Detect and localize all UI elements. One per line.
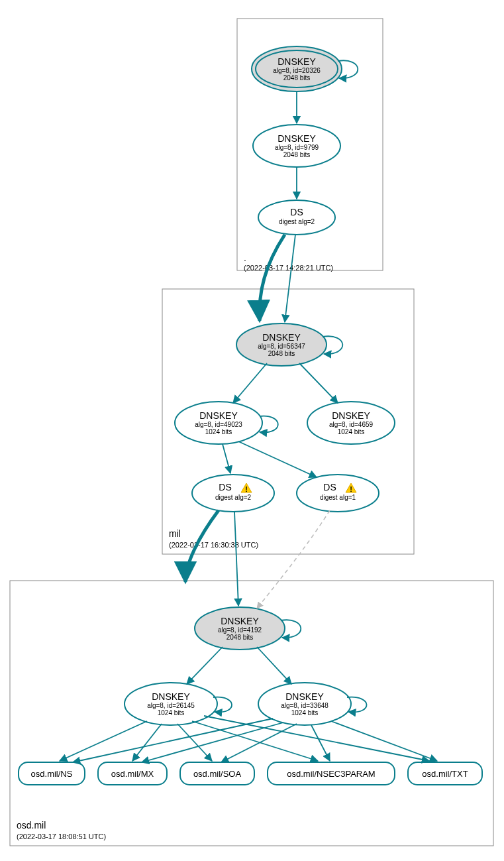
rr-nsec: osd.mil/NSEC3PARAM [268,762,395,785]
node-mil-zsk: DNSKEY alg=8, id=49023 1024 bits [175,402,262,444]
zone-root-label: . [244,253,246,263]
node-osd-zsk1: DNSKEY alg=8, id=26145 1024 bits [125,683,217,725]
svg-text:DNSKEY: DNSKEY [277,56,316,67]
svg-text:osd.mil/NS: osd.mil/NS [31,769,73,779]
node-mil-ds1: DS digest alg=1 ! [297,475,379,512]
dnssec-diagram: . (2022-03-17 14:28:21 UTC) DNSKEY alg=8… [0,0,504,861]
rr-txt: osd.mil/TXT [408,762,482,785]
svg-point-26 [192,475,274,512]
svg-text:alg=8, id=26145: alg=8, id=26145 [147,702,195,709]
svg-text:digest alg=2: digest alg=2 [215,494,252,501]
svg-text:digest alg=2: digest alg=2 [279,218,315,225]
svg-text:osd.mil/TXT: osd.mil/TXT [422,769,468,779]
zone-osd-label: osd.mil [17,820,46,831]
svg-point-30 [297,475,379,512]
svg-text:osd.mil/SOA: osd.mil/SOA [193,769,242,779]
svg-text:2048 bits: 2048 bits [268,350,295,357]
rr-soa: osd.mil/SOA [180,762,254,785]
svg-text:DS: DS [323,482,336,492]
svg-text:1024 bits: 1024 bits [291,709,319,717]
svg-text:DS: DS [219,482,231,492]
svg-text:DNSKEY: DNSKEY [221,616,259,626]
svg-text:DNSKEY: DNSKEY [199,410,238,421]
svg-text:DNSKEY: DNSKEY [285,691,324,702]
svg-text:alg=8, id=20326: alg=8, id=20326 [273,67,321,74]
svg-text:1024 bits: 1024 bits [158,709,185,717]
node-root-ds: DS digest alg=2 [258,200,335,235]
zone-root-ts: (2022-03-17 14:28:21 UTC) [244,264,333,272]
svg-text:osd.mil/MX: osd.mil/MX [111,769,154,779]
svg-text:alg=8, id=56347: alg=8, id=56347 [258,343,305,350]
zone-root: . (2022-03-17 14:28:21 UTC) DNSKEY alg=8… [237,19,383,272]
node-mil-ds2: DS digest alg=2 ! [192,475,274,512]
node-osd-ksk: DNSKEY alg=8, id=4192 2048 bits [195,607,285,650]
node-mil-zsk2: DNSKEY alg=8, id=4659 1024 bits [307,402,395,444]
zone-mil: mil (2022-03-17 16:30:38 UTC) DNSKEY alg… [162,235,414,554]
svg-text:DNSKEY: DNSKEY [152,691,190,702]
node-root-ksk: DNSKEY alg=8, id=20326 2048 bits [252,46,342,91]
svg-text:digest alg=1: digest alg=1 [320,494,356,501]
svg-point-10 [258,200,335,235]
svg-text:DNSKEY: DNSKEY [277,133,316,144]
svg-text:2048 bits: 2048 bits [283,151,311,158]
zone-osd-ts: (2022-03-17 18:08:51 UTC) [17,832,106,840]
svg-text:1024 bits: 1024 bits [205,428,232,435]
svg-text:DNSKEY: DNSKEY [262,332,301,343]
svg-text:2048 bits: 2048 bits [283,74,311,82]
svg-text:!: ! [245,485,248,493]
svg-text:DNSKEY: DNSKEY [332,410,370,421]
svg-text:osd.mil/NSEC3PARAM: osd.mil/NSEC3PARAM [287,769,375,779]
rr-ns: osd.mil/NS [19,762,85,785]
zone-mil-ts: (2022-03-17 16:30:38 UTC) [169,541,258,549]
zone-osd: osd.mil (2022-03-17 18:08:51 UTC) DNSKEY… [10,510,493,846]
zone-mil-label: mil [169,528,181,539]
node-root-zsk: DNSKEY alg=8, id=9799 2048 bits [253,125,340,167]
svg-text:alg=8, id=4659: alg=8, id=4659 [329,421,374,428]
node-mil-ksk: DNSKEY alg=8, id=56347 2048 bits [236,323,327,366]
svg-text:1024 bits: 1024 bits [338,428,365,435]
svg-text:alg=8, id=33648: alg=8, id=33648 [281,702,328,709]
svg-text:alg=8, id=9799: alg=8, id=9799 [275,144,319,151]
svg-text:!: ! [350,485,352,493]
svg-text:2048 bits: 2048 bits [227,634,254,641]
svg-text:alg=8, id=4192: alg=8, id=4192 [218,626,262,634]
rr-mx: osd.mil/MX [98,762,167,785]
svg-text:alg=8, id=49023: alg=8, id=49023 [195,421,242,428]
svg-text:DS: DS [290,207,303,217]
